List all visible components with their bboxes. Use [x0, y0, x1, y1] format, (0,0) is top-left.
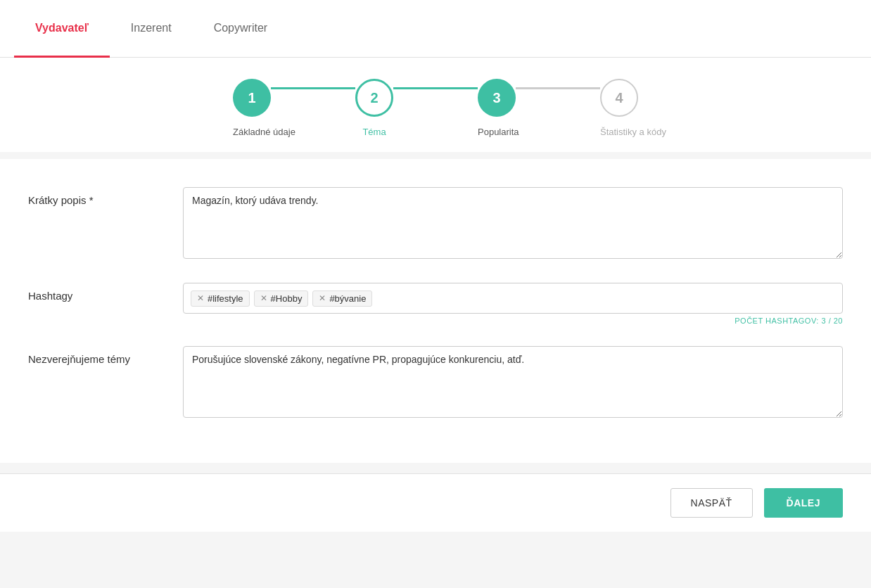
stepper-row: 1 2 3 4: [14, 79, 857, 117]
nezverejnujeme-label: Nezverejňujeme témy: [28, 346, 183, 365]
connector-3-4: [516, 87, 600, 89]
hashtag-hobby-label: #Hobby: [271, 293, 303, 304]
step-2-label: Téma: [362, 127, 386, 137]
hashtag-byvanie-label: #bývanie: [329, 293, 366, 304]
back-button[interactable]: NASPÄŤ: [670, 488, 753, 518]
nezverejnujeme-textarea[interactable]: Porušujúce slovenské zákony, negatívne P…: [183, 346, 843, 418]
hashtag-container[interactable]: ✕ #lifestyle ✕ #Hobby ✕ #bývanie: [183, 283, 843, 314]
header: Vydavateľ Inzerent Copywriter: [0, 0, 871, 58]
tab-inzerent[interactable]: Inzerent: [110, 0, 193, 58]
form-section: Krátky popis * <span class="underlined">…: [0, 159, 871, 463]
hashtag-hobby: ✕ #Hobby: [254, 290, 309, 307]
hashtag-count: POČET HASHTAGOV: 3 / 20: [183, 317, 843, 325]
kratky-popis-textarea[interactable]: <span class="underlined">Magazín</span>,…: [183, 187, 843, 259]
bottom-bar: NASPÄŤ ĎALEJ: [0, 473, 871, 532]
connector-label-1: [271, 125, 355, 138]
kratky-popis-label: Krátky popis *: [28, 187, 183, 206]
remove-byvanie-icon[interactable]: ✕: [319, 293, 326, 303]
hashtag-lifestyle-label: #lifestyle: [208, 293, 243, 304]
stepper-section: 1 2 3 4 Základné údaje Téma Popularita: [0, 58, 871, 152]
connector-2-3: [393, 87, 478, 89]
stepper-labels: Základné údaje Téma Popularita Štatistik…: [14, 125, 857, 138]
step-4-label: Štatistiky a kódy: [600, 127, 666, 137]
remove-hobby-icon[interactable]: ✕: [260, 293, 267, 303]
hashtagy-row: Hashtagy ✕ #lifestyle ✕ #Hobby ✕ #bývani…: [28, 283, 843, 325]
step-3-label-cell: Popularita: [478, 125, 516, 138]
next-button[interactable]: ĎALEJ: [764, 488, 843, 518]
nezverejnujeme-row: Nezverejňujeme témy Porušujúce slovenské…: [28, 346, 843, 421]
kratky-popis-field: <span class="underlined">Magazín</span>,…: [183, 187, 843, 262]
step-3-circle: 3: [478, 79, 516, 117]
nezverejnujeme-field: Porušujúce slovenské zákony, negatívne P…: [183, 346, 843, 421]
step-1-circle: 1: [233, 79, 271, 117]
hashtagy-label: Hashtagy: [28, 283, 183, 302]
connector-1-2: [271, 87, 355, 89]
step-4-circle: 4: [600, 79, 638, 117]
tab-copywriter[interactable]: Copywriter: [193, 0, 288, 58]
remove-lifestyle-icon[interactable]: ✕: [197, 293, 204, 303]
hashtag-byvanie: ✕ #bývanie: [312, 290, 372, 307]
step-3-label: Popularita: [478, 127, 519, 137]
hashtagy-field: ✕ #lifestyle ✕ #Hobby ✕ #bývanie POČET H…: [183, 283, 843, 325]
connector-label-3: [516, 125, 600, 138]
hashtag-lifestyle: ✕ #lifestyle: [191, 290, 250, 307]
kratky-popis-row: Krátky popis * <span class="underlined">…: [28, 187, 843, 262]
step-2-label-cell: Téma: [355, 125, 393, 138]
step-1-label-cell: Základné údaje: [233, 125, 271, 138]
step-4-label-cell: Štatistiky a kódy: [600, 125, 638, 138]
step-2-circle: 2: [355, 79, 393, 117]
tab-vydavatel[interactable]: Vydavateľ: [14, 0, 110, 58]
connector-label-2: [393, 125, 478, 138]
